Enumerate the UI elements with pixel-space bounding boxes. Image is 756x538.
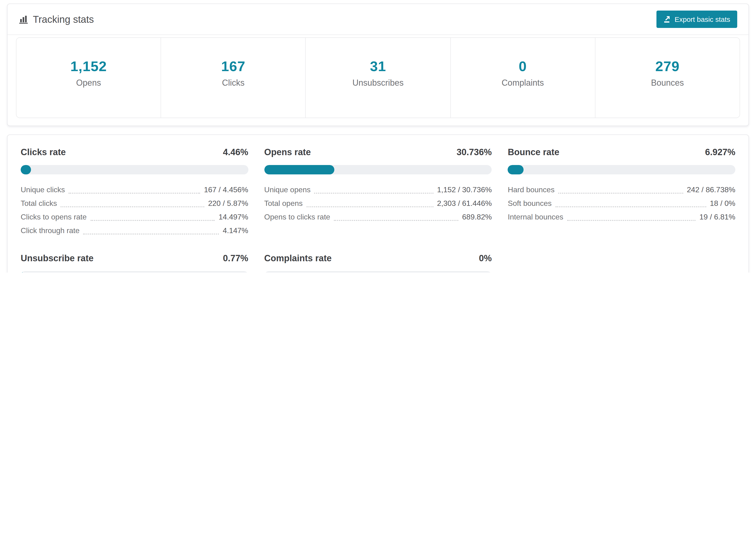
rate-detail-label: Soft bounces: [508, 196, 552, 210]
stat-value: 167: [161, 58, 305, 75]
rate-detail-row: Soft bounces18 / 0%: [508, 196, 735, 210]
rate-percent: 0.77%: [223, 253, 248, 264]
rate-detail-row: Click through rate4.147%: [21, 224, 248, 237]
rate-title: Opens rate: [264, 147, 311, 157]
stat-card: 167Clicks: [161, 38, 305, 118]
rate-detail-label: Unique opens: [264, 183, 311, 196]
rate-detail-row: Internal bounces19 / 6.81%: [508, 210, 735, 224]
rate-percent: 0%: [479, 253, 492, 264]
dotted-leader: [90, 220, 215, 221]
rate-detail-value: 1,152 / 30.736%: [437, 183, 492, 196]
dotted-leader: [61, 206, 204, 207]
rate-detail-label: Clicks to opens rate: [21, 210, 87, 224]
dotted-leader: [558, 193, 683, 194]
rate-title: Bounce rate: [508, 147, 560, 157]
rate-detail-label: Total clicks: [21, 196, 57, 210]
stat-value: 279: [595, 58, 739, 75]
stat-card: 31Unsubscribes: [305, 38, 450, 118]
rates-card: Clicks rate4.46%Unique clicks167 / 4.456…: [7, 134, 749, 273]
stat-value: 0: [451, 58, 595, 75]
rate-detail-row: Unique opens1,152 / 30.736%: [264, 183, 492, 196]
rate-block: Clicks rate4.46%Unique clicks167 / 4.456…: [21, 147, 248, 237]
stat-card: 279Bounces: [595, 38, 739, 118]
rate-detail-row: Total opens2,303 / 61.446%: [264, 196, 492, 210]
rate-detail-value: 689.82%: [462, 210, 492, 224]
stat-label: Complaints: [451, 78, 595, 88]
dotted-leader: [69, 193, 200, 194]
rates-grid: Clicks rate4.46%Unique clicks167 / 4.456…: [21, 147, 735, 273]
export-icon: [663, 16, 671, 23]
rate-block: Opens rate30.736%Unique opens1,152 / 30.…: [264, 147, 492, 237]
dotted-leader: [314, 193, 433, 194]
dotted-leader: [567, 220, 696, 221]
rate-progress-fill: [264, 165, 334, 174]
tracking-stats-header: Tracking stats Export basic stats: [8, 4, 748, 35]
rate-detail-row: Hard bounces242 / 86.738%: [508, 183, 735, 196]
rate-detail-row: Total clicks220 / 5.87%: [21, 196, 248, 210]
rate-detail-label: Hard bounces: [508, 183, 555, 196]
rate-details: Unique opens1,152 / 30.736%Total opens2,…: [264, 183, 492, 224]
rate-progress-fill: [21, 271, 22, 273]
rate-detail-row: Opens to clicks rate689.82%: [264, 210, 492, 224]
rate-title-row: Opens rate30.736%: [264, 147, 492, 157]
tracking-stats-page: Tracking stats Export basic stats 1,152O…: [0, 4, 756, 273]
rate-block: Complaints rate0%Complaints0: [264, 253, 492, 273]
rate-progress-bar: [264, 165, 492, 174]
rate-detail-value: 242 / 86.738%: [687, 183, 735, 196]
tracking-stats-card: Tracking stats Export basic stats 1,152O…: [7, 4, 749, 126]
stat-label: Opens: [17, 78, 161, 88]
stat-label: Bounces: [595, 78, 739, 88]
dotted-leader: [306, 206, 433, 207]
stats-summary-box: 1,152Opens167Clicks31Unsubscribes0Compla…: [16, 37, 740, 118]
rate-title-row: Complaints rate0%: [264, 253, 492, 264]
rate-detail-label: Opens to clicks rate: [264, 210, 330, 224]
rate-percent: 4.46%: [223, 147, 248, 157]
stat-card: 1,152Opens: [17, 38, 161, 118]
export-button-label: Export basic stats: [675, 15, 730, 23]
rate-title: Unsubscribe rate: [21, 253, 93, 264]
rate-title-row: Clicks rate4.46%: [21, 147, 248, 157]
stat-value: 1,152: [17, 58, 161, 75]
page-title: Tracking stats: [33, 14, 94, 25]
stat-label: Unsubscribes: [306, 78, 450, 88]
rate-title-row: Unsubscribe rate0.77%: [21, 253, 248, 264]
rate-progress-fill: [508, 165, 523, 174]
rate-detail-row: Clicks to opens rate14.497%: [21, 210, 248, 224]
stat-value: 31: [306, 58, 450, 75]
export-basic-stats-button[interactable]: Export basic stats: [656, 11, 737, 28]
rate-details: Hard bounces242 / 86.738%Soft bounces18 …: [508, 183, 735, 224]
rate-detail-value: 220 / 5.87%: [208, 196, 248, 210]
rate-title: Complaints rate: [264, 253, 332, 264]
dotted-leader: [555, 206, 706, 207]
bar-chart-icon: [19, 15, 28, 24]
rate-detail-label: Unique clicks: [21, 183, 65, 196]
rate-progress-bar: [508, 165, 735, 174]
rate-block: Bounce rate6.927%Hard bounces242 / 86.73…: [508, 147, 735, 237]
rate-detail-value: 2,303 / 61.446%: [437, 196, 492, 210]
rate-block: Unsubscribe rate0.77%Unsubscribes31: [21, 253, 248, 273]
rate-percent: 6.927%: [705, 147, 735, 157]
rate-progress-bar: [21, 165, 248, 174]
rate-detail-label: Click through rate: [21, 224, 80, 237]
rate-detail-value: 19 / 6.81%: [699, 210, 735, 224]
dotted-leader: [334, 220, 458, 221]
stat-card: 0Complaints: [450, 38, 595, 118]
rate-progress-fill: [21, 165, 31, 174]
dotted-leader: [83, 234, 219, 235]
stat-label: Clicks: [161, 78, 305, 88]
tracking-stats-title: Tracking stats: [19, 14, 94, 25]
rate-detail-value: 18 / 0%: [710, 196, 735, 210]
rate-title: Clicks rate: [21, 147, 66, 157]
rate-title-row: Bounce rate6.927%: [508, 147, 735, 157]
rate-progress-bar: [21, 271, 248, 273]
rate-detail-label: Internal bounces: [508, 210, 564, 224]
rate-details: Unique clicks167 / 4.456%Total clicks220…: [21, 183, 248, 237]
rate-detail-label: Total opens: [264, 196, 303, 210]
rate-detail-value: 167 / 4.456%: [204, 183, 248, 196]
rate-percent: 30.736%: [457, 147, 492, 157]
rate-progress-bar: [264, 271, 492, 273]
rate-detail-row: Unique clicks167 / 4.456%: [21, 183, 248, 196]
rate-detail-value: 4.147%: [223, 224, 248, 237]
rate-detail-value: 14.497%: [219, 210, 248, 224]
